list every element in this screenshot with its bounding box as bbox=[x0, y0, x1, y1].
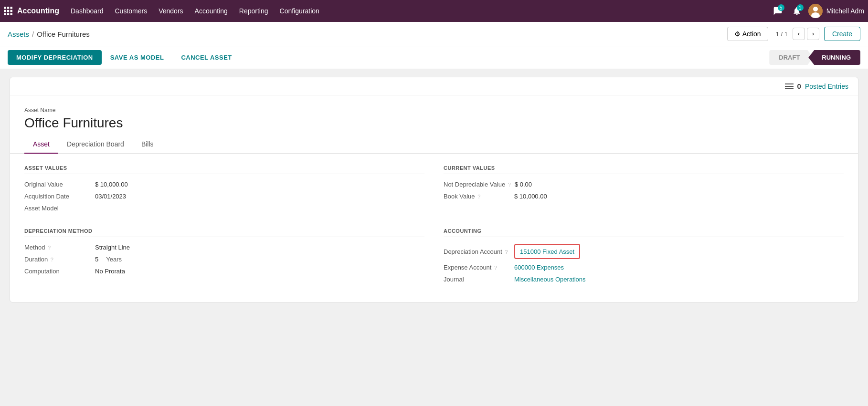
status-running: RUNNING bbox=[808, 50, 860, 65]
method-help-icon[interactable]: ? bbox=[48, 245, 51, 250]
svg-rect-5 bbox=[11, 10, 13, 12]
messages-button[interactable]: 5 bbox=[770, 3, 785, 19]
expense-account-row: Expense Account ? 600000 Expenses bbox=[444, 264, 844, 271]
svg-rect-3 bbox=[4, 10, 6, 12]
acquisition-date-row: Acquisition Date 03/01/2023 bbox=[24, 193, 424, 200]
not-depreciable-help-icon[interactable]: ? bbox=[508, 182, 511, 187]
create-button[interactable]: Create bbox=[824, 27, 860, 41]
svg-rect-2 bbox=[11, 7, 13, 9]
original-value-row: Original Value $ 10,000.00 bbox=[24, 181, 424, 188]
expense-account-help-icon[interactable]: ? bbox=[494, 265, 497, 271]
breadcrumb-parent[interactable]: Assets bbox=[8, 30, 29, 38]
status-draft: DRAFT bbox=[769, 50, 813, 65]
journal-label: Journal bbox=[444, 276, 510, 283]
nav-vendors[interactable]: Vendors bbox=[154, 4, 188, 18]
nav-accounting[interactable]: Accounting bbox=[190, 4, 233, 18]
nav-reporting[interactable]: Reporting bbox=[234, 4, 273, 18]
computation-value: No Prorata bbox=[95, 268, 125, 275]
asset-values-title: ASSET VALUES bbox=[24, 165, 424, 174]
save-as-model-button[interactable]: SAVE AS MODEL bbox=[102, 50, 173, 65]
breadcrumb-current: Office Furnitures bbox=[37, 30, 90, 38]
next-page-button[interactable]: › bbox=[807, 28, 819, 40]
svg-rect-8 bbox=[11, 13, 13, 16]
book-value-help-icon[interactable]: ? bbox=[477, 194, 480, 199]
nav-dashboard[interactable]: Dashboard bbox=[66, 4, 108, 18]
posted-entries-button[interactable]: 0 Posted Entries bbox=[785, 82, 848, 90]
posted-entries-bar: 0 Posted Entries bbox=[10, 77, 858, 95]
original-value: $ 10,000.00 bbox=[95, 181, 128, 188]
form-body: ASSET VALUES Original Value $ 10,000.00 … bbox=[10, 154, 858, 302]
asset-values-col: ASSET VALUES Original Value $ 10,000.00 … bbox=[24, 165, 424, 217]
asset-name-section: Asset Name Office Furnitures bbox=[10, 95, 858, 135]
action-button[interactable]: ⚙ Action bbox=[727, 27, 768, 41]
content-card: 0 Posted Entries Asset Name Office Furni… bbox=[10, 77, 858, 302]
svg-rect-1 bbox=[7, 7, 10, 9]
action-bar: MODIFY DEPRECIATION SAVE AS MODEL CANCEL… bbox=[0, 46, 868, 69]
breadcrumb-separator: / bbox=[32, 30, 34, 38]
tab-asset[interactable]: Asset bbox=[24, 135, 58, 154]
app-name: Accounting bbox=[17, 7, 59, 15]
pagination-text: 1 / 1 bbox=[776, 31, 788, 38]
cancel-asset-button[interactable]: CANCEL ASSET bbox=[172, 50, 240, 65]
form-row-top: ASSET VALUES Original Value $ 10,000.00 … bbox=[24, 165, 844, 217]
notifications-button[interactable]: 1 bbox=[789, 3, 804, 19]
user-avatar bbox=[808, 4, 823, 18]
journal-value[interactable]: Miscellaneous Operations bbox=[514, 276, 586, 283]
method-label: Method ? bbox=[24, 244, 91, 251]
journal-row: Journal Miscellaneous Operations bbox=[444, 276, 844, 283]
breadcrumb: Assets / Office Furnitures bbox=[8, 30, 90, 38]
status-bar: DRAFT RUNNING bbox=[769, 50, 860, 65]
app-grid-button[interactable] bbox=[4, 7, 12, 15]
posted-entries-label: Posted Entries bbox=[805, 83, 848, 90]
asset-name-label: Asset Name bbox=[24, 107, 844, 114]
svg-rect-7 bbox=[7, 13, 10, 16]
tab-depreciation-board[interactable]: Depreciation Board bbox=[58, 135, 133, 154]
tab-bills[interactable]: Bills bbox=[133, 135, 162, 154]
nav-customers[interactable]: Customers bbox=[110, 4, 152, 18]
asset-name-value: Office Furnitures bbox=[24, 115, 844, 131]
not-depreciable-value: $ 0.00 bbox=[515, 181, 532, 188]
asset-model-label: Asset Model bbox=[24, 205, 91, 212]
prev-page-button[interactable]: ‹ bbox=[793, 28, 805, 40]
user-name[interactable]: Mitchell Adm bbox=[826, 7, 864, 15]
acquisition-date: 03/01/2023 bbox=[95, 193, 126, 200]
main-content: 0 Posted Entries Asset Name Office Furni… bbox=[0, 69, 868, 310]
depreciation-account-value[interactable]: 151000 Fixed Asset bbox=[520, 248, 574, 255]
messages-badge: 5 bbox=[778, 4, 784, 11]
expense-account-label: Expense Account ? bbox=[444, 264, 510, 271]
svg-rect-0 bbox=[4, 7, 6, 9]
hamburger-icon bbox=[785, 83, 794, 89]
nav-configuration[interactable]: Configuration bbox=[275, 4, 324, 18]
current-values-title: CURRENT VALUES bbox=[444, 165, 844, 174]
accounting-col: ACCOUNTING Depreciation Account ? 151000… bbox=[444, 228, 844, 288]
notifications-badge: 1 bbox=[797, 4, 804, 11]
computation-label: Computation bbox=[24, 268, 91, 275]
posted-count: 0 bbox=[797, 82, 801, 90]
top-nav: Accounting Dashboard Customers Vendors A… bbox=[0, 0, 868, 22]
computation-row: Computation No Prorata bbox=[24, 268, 424, 275]
duration-help-icon[interactable]: ? bbox=[51, 257, 53, 262]
breadcrumb-bar: Assets / Office Furnitures ⚙ Action 1 / … bbox=[0, 22, 868, 46]
duration-label: Duration ? bbox=[24, 256, 91, 263]
method-value: Straight Line bbox=[95, 244, 130, 251]
accounting-title: ACCOUNTING bbox=[444, 228, 844, 237]
expense-account-value[interactable]: 600000 Expenses bbox=[514, 264, 564, 271]
depreciation-method-title: DEPRECIATION METHOD bbox=[24, 228, 424, 237]
depreciation-account-help-icon[interactable]: ? bbox=[505, 249, 508, 255]
svg-rect-4 bbox=[7, 10, 10, 12]
duration-value: 5 bbox=[95, 256, 98, 263]
method-row: Method ? Straight Line bbox=[24, 244, 424, 251]
top-nav-right: 5 1 Mitchell Adm bbox=[770, 3, 864, 19]
gear-icon: ⚙ bbox=[734, 30, 741, 38]
not-depreciable-row: Not Depreciable Value ? $ 0.00 bbox=[444, 181, 844, 188]
current-values-col: CURRENT VALUES Not Depreciable Value ? $… bbox=[444, 165, 844, 217]
not-depreciable-label: Not Depreciable Value ? bbox=[444, 181, 511, 188]
modify-depreciation-button[interactable]: MODIFY DEPRECIATION bbox=[8, 50, 102, 65]
asset-model-row: Asset Model bbox=[24, 205, 424, 212]
acquisition-date-label: Acquisition Date bbox=[24, 193, 91, 200]
book-value-label: Book Value ? bbox=[444, 193, 510, 200]
duration-unit: Years bbox=[106, 256, 122, 263]
action-label: Action bbox=[742, 30, 761, 38]
svg-point-10 bbox=[813, 7, 818, 11]
original-value-label: Original Value bbox=[24, 181, 91, 188]
